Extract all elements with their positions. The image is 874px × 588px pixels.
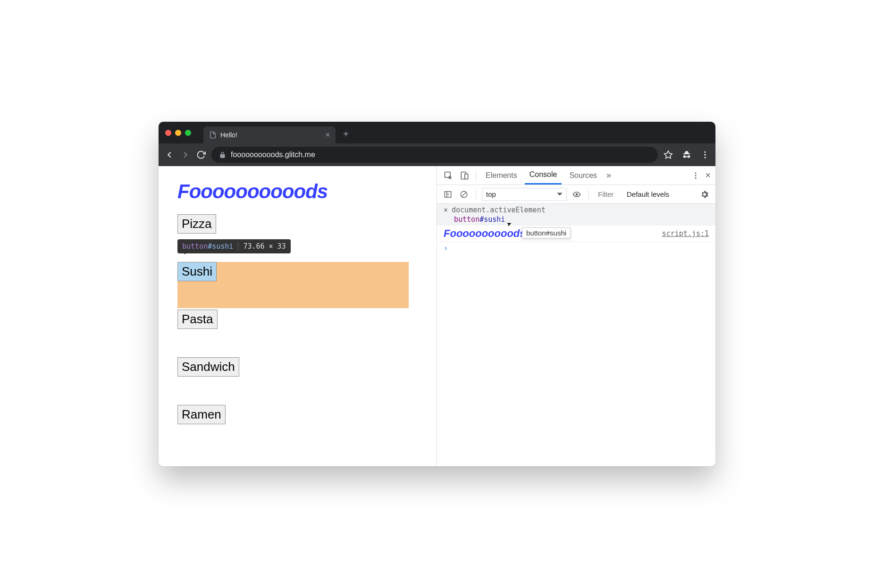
- minimize-window-button[interactable]: [175, 130, 181, 136]
- url-text: foooooooooods.glitch.me: [231, 151, 315, 159]
- devtools-close-icon[interactable]: ×: [705, 170, 711, 181]
- food-button-ramen[interactable]: Ramen: [177, 405, 226, 424]
- bookmark-star-icon[interactable]: [664, 150, 673, 160]
- reload-button[interactable]: [196, 150, 206, 160]
- tab-sources[interactable]: Sources: [564, 166, 602, 185]
- svg-point-14: [576, 193, 578, 195]
- inspect-tooltip: button#sushi 73.66 × 33: [177, 239, 291, 253]
- context-value: top: [486, 190, 496, 198]
- close-window-button[interactable]: [165, 130, 171, 136]
- svg-point-3: [704, 157, 706, 158]
- rendered-page: Foooooooooods Pizza button#sushi 73.66 ×…: [159, 166, 437, 466]
- lock-icon: [219, 151, 226, 159]
- toolbar-right: [664, 150, 710, 160]
- inspect-dimensions: 73.66 × 33: [243, 242, 286, 251]
- console-settings-icon[interactable]: [698, 188, 711, 201]
- page-icon: [209, 131, 217, 139]
- food-button-pizza[interactable]: Pizza: [177, 214, 216, 234]
- close-tab-button[interactable]: ×: [326, 131, 330, 139]
- svg-point-9: [695, 177, 697, 178]
- browser-tab[interactable]: Hello! ×: [203, 126, 336, 143]
- devtools-menu-icon[interactable]: [689, 169, 702, 182]
- window-controls: [165, 130, 191, 136]
- svg-point-8: [695, 175, 697, 176]
- tab-strip: Hello! × +: [159, 122, 715, 143]
- forward-button[interactable]: [180, 150, 191, 160]
- live-expression-row: ×document.activeElement button#sushi: [437, 204, 715, 226]
- tab-elements[interactable]: Elements: [481, 166, 522, 185]
- console-log-row: Foooooooooods script.js:1: [437, 226, 715, 242]
- incognito-icon[interactable]: [681, 150, 692, 160]
- log-source-link[interactable]: script.js:1: [662, 229, 709, 238]
- browser-window: Hello! × + foooooooooods.glitch.me: [159, 122, 715, 466]
- console-toolbar: top Default levels: [437, 185, 715, 204]
- console-sidebar-toggle-icon[interactable]: [442, 188, 454, 201]
- console-prompt[interactable]: ›: [437, 242, 715, 254]
- log-levels-select[interactable]: Default levels: [627, 190, 669, 198]
- console-filter-input[interactable]: [595, 188, 623, 201]
- browser-toolbar: foooooooooods.glitch.me: [159, 143, 715, 166]
- remove-live-expression-icon[interactable]: ×: [444, 206, 448, 214]
- inspect-selector-id: #sushi: [208, 242, 233, 251]
- food-button-pasta[interactable]: Pasta: [177, 310, 218, 329]
- browser-menu-button[interactable]: [700, 150, 710, 160]
- tooltip-divider: [238, 242, 238, 251]
- devtools-tabbar: Elements Console Sources » ×: [437, 166, 715, 185]
- element-hover-tooltip: button#sushi: [522, 227, 571, 238]
- live-expression-text[interactable]: document.activeElement: [452, 206, 546, 214]
- svg-marker-0: [664, 151, 672, 159]
- log-message: Foooooooooods: [444, 227, 526, 240]
- content-area: Foooooooooods Pizza button#sushi 73.66 ×…: [159, 166, 715, 466]
- inspect-selector-element: button: [182, 242, 208, 251]
- execution-context-select[interactable]: top: [482, 188, 567, 201]
- clear-console-icon[interactable]: [458, 188, 470, 201]
- food-button-sushi[interactable]: Sushi: [177, 262, 217, 281]
- svg-point-1: [704, 151, 706, 153]
- more-tabs-icon[interactable]: »: [606, 170, 611, 180]
- tab-console[interactable]: Console: [525, 166, 562, 185]
- svg-point-7: [695, 172, 697, 174]
- inspect-element-icon[interactable]: [442, 169, 455, 182]
- device-toolbar-icon[interactable]: [458, 169, 471, 182]
- back-button[interactable]: [164, 150, 175, 160]
- devtools-panel: Elements Console Sources » ×: [437, 166, 715, 466]
- result-id: #sushi: [479, 215, 505, 224]
- svg-line-13: [462, 192, 466, 196]
- live-expression-result[interactable]: button#sushi: [444, 215, 709, 224]
- maximize-window-button[interactable]: [185, 130, 191, 136]
- new-tab-button[interactable]: +: [343, 129, 349, 140]
- svg-rect-6: [465, 174, 468, 179]
- page-heading: Foooooooooods: [177, 180, 418, 203]
- live-expression-icon[interactable]: [571, 188, 583, 201]
- console-body: ×document.activeElement button#sushi Foo…: [437, 204, 715, 466]
- food-button-sandwich[interactable]: Sandwich: [177, 357, 239, 377]
- inspected-row: button#sushi 73.66 × 33 Sushi: [177, 262, 418, 281]
- svg-point-2: [704, 154, 706, 155]
- address-bar[interactable]: foooooooooods.glitch.me: [211, 147, 658, 163]
- result-element: button: [454, 215, 479, 224]
- tab-title: Hello!: [220, 131, 237, 139]
